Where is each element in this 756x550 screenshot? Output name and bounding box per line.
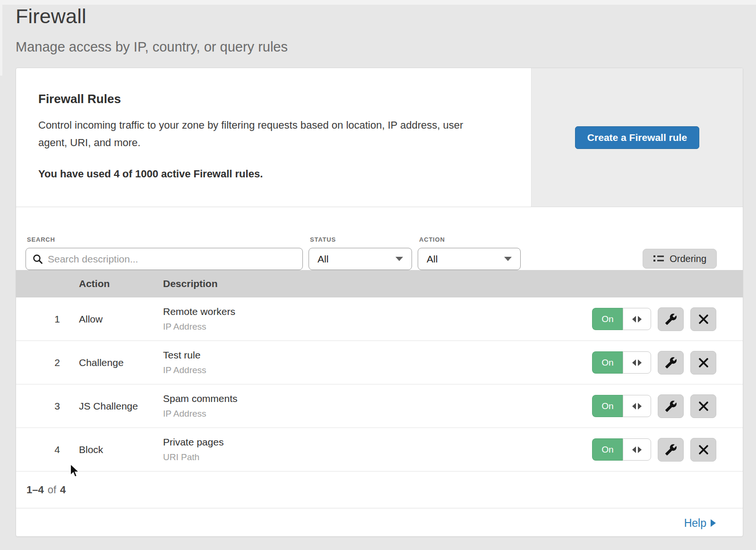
pagination-total: 4 (60, 484, 66, 496)
rule-priority: 2 (16, 357, 79, 368)
overview-section: Firewall Rules Control incoming traffic … (16, 68, 743, 207)
search-label: SEARCH (27, 236, 303, 243)
triangle-left-icon (632, 403, 636, 410)
delete-rule-button[interactable] (690, 351, 716, 375)
rule-description-cell: Remote workers IP Address (163, 306, 573, 332)
rule-action: Block (79, 444, 163, 455)
triangle-right-icon (638, 403, 642, 410)
page-title: Firewall (16, 5, 756, 28)
pagination: 1–4 of 4 (16, 471, 743, 508)
action-filter-group: ACTION All (412, 236, 521, 270)
rule-description-cell: Private pages URI Path (163, 437, 573, 463)
overview-action-panel: Create a Firewall rule (531, 68, 743, 207)
search-filter-group: SEARCH (26, 236, 303, 270)
pagination-range: 1–4 (26, 484, 44, 496)
rule-action: Challenge (79, 357, 163, 368)
rule-controls: On (573, 351, 743, 375)
toggle-handle[interactable] (623, 438, 651, 461)
card-footer: Help (16, 508, 743, 537)
rule-field-type: IP Address (163, 409, 573, 419)
firewall-rules-card: Firewall Rules Control incoming traffic … (16, 68, 743, 537)
rule-description: Remote workers (163, 306, 573, 317)
action-column-header: Action (79, 278, 163, 289)
help-link[interactable]: Help (684, 517, 716, 530)
table-header: Action Description (16, 270, 743, 297)
create-firewall-rule-button[interactable]: Create a Firewall rule (575, 126, 699, 149)
triangle-right-icon (638, 359, 642, 366)
rule-description-cell: Spam comments IP Address (163, 393, 573, 419)
action-selected-value: All (427, 253, 438, 265)
status-filter-group: STATUS All (303, 236, 412, 270)
search-input[interactable] (48, 253, 296, 265)
rule-enabled-toggle[interactable]: On (592, 351, 651, 374)
rule-enabled-toggle[interactable]: On (592, 395, 651, 417)
rule-field-type: URI Path (163, 452, 573, 463)
rule-enabled-toggle[interactable]: On (592, 438, 651, 461)
triangle-right-icon (638, 446, 642, 453)
table-row: 1 Allow Remote workers IP Address On (16, 297, 743, 341)
x-icon (698, 401, 709, 411)
toggle-on-label[interactable]: On (592, 308, 623, 330)
filter-bar: SEARCH STATUS All ACTION All (16, 207, 743, 270)
table-row: 2 Challenge Test rule IP Address On (16, 341, 743, 384)
description-column-header: Description (163, 278, 573, 289)
status-label: STATUS (310, 236, 412, 243)
window-edge-top (0, 0, 756, 5)
edit-rule-button[interactable] (658, 394, 684, 418)
chevron-down-icon (395, 257, 403, 261)
page-subtitle: Manage access by IP, country, or query r… (16, 39, 756, 55)
search-box[interactable] (26, 248, 303, 270)
action-label: ACTION (419, 236, 521, 243)
table-row: 4 Block Private pages URI Path On (16, 428, 743, 471)
wrench-icon (665, 444, 677, 456)
triangle-left-icon (632, 359, 636, 366)
rule-controls: On (573, 394, 743, 418)
wrench-icon (665, 400, 677, 412)
x-icon (698, 358, 709, 368)
status-select[interactable]: All (309, 248, 412, 270)
edit-rule-button[interactable] (658, 307, 684, 331)
rule-controls: On (573, 438, 743, 462)
delete-rule-button[interactable] (690, 438, 716, 462)
ordering-list-icon (653, 254, 664, 263)
window-edge-left (0, 0, 2, 76)
edit-rule-button[interactable] (658, 438, 684, 462)
rule-priority: 4 (16, 444, 79, 455)
delete-rule-button[interactable] (690, 307, 716, 331)
rule-enabled-toggle[interactable]: On (592, 308, 651, 330)
pagination-of-label: of (48, 484, 56, 496)
triangle-right-icon (638, 316, 642, 323)
toggle-handle[interactable] (623, 351, 651, 374)
x-icon (698, 445, 709, 455)
rule-field-type: IP Address (163, 322, 573, 332)
chevron-down-icon (504, 257, 512, 261)
rule-priority: 3 (16, 401, 79, 412)
edit-rule-button[interactable] (658, 351, 684, 375)
help-link-label: Help (684, 517, 706, 530)
overview-text: Firewall Rules Control incoming traffic … (16, 68, 531, 207)
rule-description: Private pages (163, 437, 573, 448)
delete-rule-button[interactable] (690, 394, 716, 418)
rules-description: Control incoming traffic to your zone by… (38, 116, 485, 151)
rule-action: JS Challenge (79, 401, 163, 412)
rule-field-type: IP Address (163, 365, 573, 375)
toggle-handle[interactable] (623, 308, 651, 330)
rule-description: Spam comments (163, 393, 573, 404)
status-selected-value: All (318, 253, 328, 265)
wrench-icon (665, 313, 677, 325)
search-icon (33, 254, 43, 264)
ordering-button[interactable]: Ordering (643, 249, 717, 269)
toggle-on-label[interactable]: On (592, 395, 623, 417)
rule-priority: 1 (16, 314, 79, 325)
toggle-handle[interactable] (623, 395, 651, 417)
action-select[interactable]: All (418, 248, 521, 270)
page-header: Firewall Manage access by IP, country, o… (0, 0, 756, 55)
toggle-on-label[interactable]: On (592, 438, 623, 461)
table-row: 3 JS Challenge Spam comments IP Address … (16, 384, 743, 428)
rule-controls: On (573, 307, 743, 331)
triangle-left-icon (632, 446, 636, 453)
toggle-on-label[interactable]: On (592, 351, 623, 374)
rule-action: Allow (79, 314, 163, 325)
triangle-left-icon (632, 316, 636, 323)
rules-heading: Firewall Rules (38, 92, 508, 106)
